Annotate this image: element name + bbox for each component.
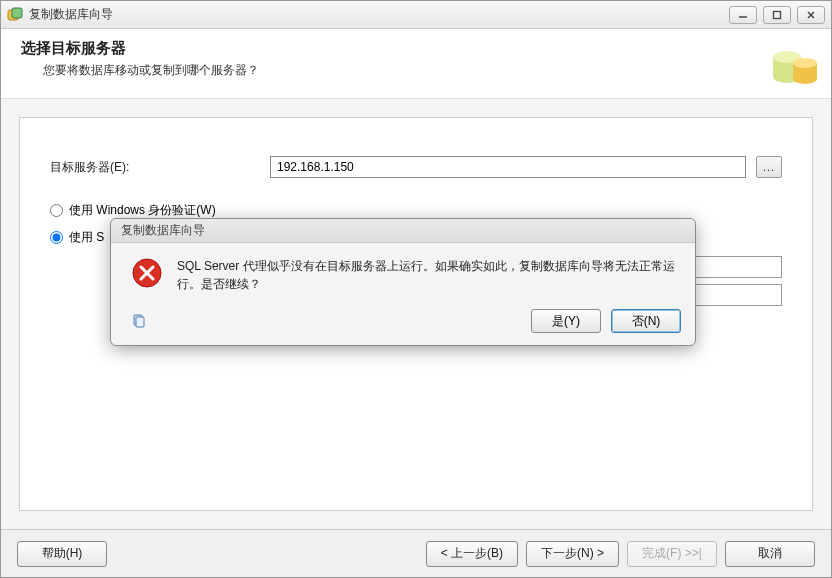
auth-windows-radio[interactable] bbox=[50, 204, 63, 217]
yes-button[interactable]: 是(Y) bbox=[531, 309, 601, 333]
window-title: 复制数据库向导 bbox=[29, 6, 729, 23]
window-controls bbox=[729, 6, 825, 24]
auth-sql-radio[interactable] bbox=[50, 231, 63, 244]
svg-rect-1 bbox=[12, 8, 22, 18]
auth-windows-row: 使用 Windows 身份验证(W) bbox=[50, 202, 782, 219]
svg-point-11 bbox=[793, 58, 817, 68]
help-button[interactable]: 帮助(H) bbox=[17, 541, 107, 567]
cancel-button[interactable]: 取消 bbox=[725, 541, 815, 567]
maximize-button[interactable] bbox=[763, 6, 791, 24]
wizard-header: 选择目标服务器 您要将数据库移动或复制到哪个服务器？ bbox=[1, 29, 831, 99]
dest-server-input[interactable] bbox=[270, 156, 746, 178]
wizard-footer: 帮助(H) < 上一步(B) 下一步(N) > 完成(F) >>| 取消 bbox=[1, 529, 831, 577]
dialog-title: 复制数据库向导 bbox=[111, 219, 695, 243]
titlebar: 复制数据库向导 bbox=[1, 1, 831, 29]
finish-button: 完成(F) >>| bbox=[627, 541, 717, 567]
close-button[interactable] bbox=[797, 6, 825, 24]
error-dialog: 复制数据库向导 SQL Server 代理似乎没有在目标服务器上运行。如果确实如… bbox=[110, 218, 696, 346]
error-icon bbox=[131, 257, 163, 289]
header-decoration bbox=[761, 37, 821, 89]
page-title: 选择目标服务器 bbox=[21, 39, 811, 58]
dialog-message: SQL Server 代理似乎没有在目标服务器上运行。如果确实如此，复制数据库向… bbox=[177, 257, 675, 293]
app-icon bbox=[7, 7, 23, 23]
no-button[interactable]: 否(N) bbox=[611, 309, 681, 333]
copy-icon[interactable] bbox=[131, 313, 147, 329]
auth-windows-label: 使用 Windows 身份验证(W) bbox=[69, 202, 216, 219]
dialog-footer: 是(Y) 否(N) bbox=[111, 303, 695, 345]
dialog-body: SQL Server 代理似乎没有在目标服务器上运行。如果确实如此，复制数据库向… bbox=[111, 243, 695, 303]
auth-sql-label: 使用 S bbox=[69, 229, 104, 246]
next-button[interactable]: 下一步(N) > bbox=[526, 541, 619, 567]
dest-server-row: 目标服务器(E): ... bbox=[50, 156, 782, 178]
page-subtitle: 您要将数据库移动或复制到哪个服务器？ bbox=[43, 62, 811, 79]
svg-rect-3 bbox=[774, 11, 781, 18]
browse-button[interactable]: ... bbox=[756, 156, 782, 178]
back-button[interactable]: < 上一步(B) bbox=[426, 541, 518, 567]
minimize-button[interactable] bbox=[729, 6, 757, 24]
svg-rect-16 bbox=[136, 317, 144, 327]
dest-server-label: 目标服务器(E): bbox=[50, 159, 270, 176]
